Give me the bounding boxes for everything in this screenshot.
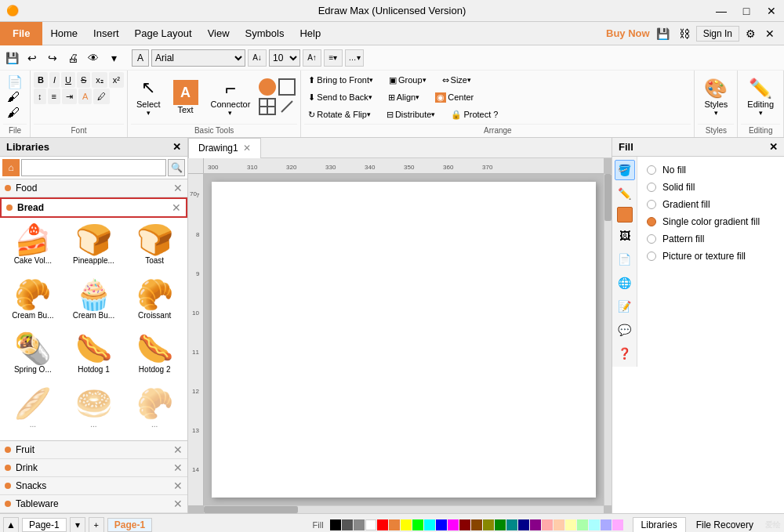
list-item[interactable]: 🥐 ... (125, 385, 184, 438)
align-button[interactable]: ⊞ Align ▾ (384, 89, 423, 105)
list-item[interactable]: 🥐 Croissant (125, 276, 184, 329)
maximize-button[interactable]: □ (734, 0, 759, 22)
library-section-fruit[interactable]: Fruit ✕ (0, 441, 187, 459)
library-search-input[interactable] (21, 159, 166, 176)
page-prev-btn[interactable]: ▲ (3, 517, 19, 533)
libraries-close-button[interactable]: ✕ (172, 141, 181, 153)
connector-button[interactable]: ⌐ Connector ▾ (205, 74, 256, 121)
group-button[interactable]: ▣ Group ▾ (385, 72, 430, 88)
rect-shape[interactable] (278, 78, 296, 96)
protect-button[interactable]: 🔒 Protect ? (447, 107, 502, 122)
menu-view[interactable]: View (200, 22, 238, 45)
select-dropdown[interactable]: ▾ (147, 109, 151, 117)
v-scroll-thumb[interactable] (604, 174, 612, 221)
minimize-button[interactable]: — (709, 0, 734, 22)
page-tab-1[interactable]: Page-1 (107, 518, 152, 532)
color-lightcyan[interactable] (589, 519, 600, 530)
fill-paint-icon[interactable]: 🪣 (615, 160, 635, 180)
color-red[interactable] (377, 519, 388, 530)
fill-globe-icon[interactable]: 🌐 (615, 273, 635, 293)
share-icon[interactable]: ⛓ (676, 26, 693, 42)
rotate-flip-button[interactable]: ↻ Rotate & Flip ▾ (304, 107, 375, 122)
color-darkred[interactable] (459, 519, 470, 530)
superscript-button[interactable]: x² (109, 72, 124, 88)
menu-page-layout[interactable]: Page Layout (127, 22, 200, 45)
text-button[interactable]: A Text (168, 74, 204, 121)
font-decrease[interactable]: A↓ (248, 49, 267, 67)
file-btn3[interactable]: 🖌 (3, 106, 27, 120)
library-section-food[interactable]: Food ✕ (0, 179, 187, 197)
horizontal-scrollbar[interactable] (204, 505, 604, 513)
color-darkgreen[interactable] (495, 519, 506, 530)
list-item[interactable]: 🌭 Hotdog 2 (125, 330, 184, 383)
fill-image-icon[interactable]: 🖼 (615, 226, 635, 246)
library-search-button[interactable]: 🔍 (168, 159, 185, 176)
color-darkorange[interactable] (471, 519, 482, 530)
fill-option-gradient[interactable]: Gradient fill (642, 196, 779, 213)
styles-dropdown[interactable]: ▾ (714, 109, 718, 117)
color-black[interactable] (330, 519, 341, 530)
fill-option-solid[interactable]: Solid fill (642, 179, 779, 196)
align-dropdown[interactable]: ≡▾ (324, 49, 343, 67)
italic-button[interactable]: I (49, 72, 60, 88)
canvas-drawing-area[interactable] (212, 182, 596, 498)
settings-icon[interactable]: ⚙ (742, 26, 759, 42)
distribute-button[interactable]: ⊟ Distribute ▾ (383, 107, 439, 122)
bold-button[interactable]: B (34, 72, 48, 88)
color-lightblue[interactable] (601, 519, 612, 530)
buy-now-button[interactable]: Buy Now (606, 27, 650, 39)
color-magenta[interactable] (448, 519, 459, 530)
center-button[interactable]: ◉ Center (431, 89, 477, 105)
color-teal[interactable] (506, 519, 517, 530)
color-purple[interactable] (530, 519, 541, 530)
more-dropdown[interactable]: …▾ (345, 49, 364, 67)
menu-help[interactable]: Help (292, 22, 328, 45)
fill-chat-icon[interactable]: 💬 (615, 320, 635, 340)
cross-shape[interactable] (259, 98, 276, 115)
tab-libraries[interactable]: Libraries (633, 517, 686, 532)
font-name-select[interactable]: Arial (151, 49, 245, 67)
color-peach[interactable] (554, 519, 564, 530)
list-item[interactable]: 🍞 Toast (125, 221, 184, 274)
color-blue[interactable] (436, 519, 447, 530)
color-lightyellow[interactable] (565, 519, 576, 530)
drink-close[interactable]: ✕ (173, 461, 183, 474)
color-white[interactable] (365, 519, 376, 530)
line-spacing-button[interactable]: ↕ (34, 89, 46, 104)
indent-button[interactable]: ⇥ (62, 89, 77, 104)
close-button[interactable]: ✕ (759, 0, 784, 22)
color-silver[interactable] (354, 519, 365, 530)
save-cloud-icon[interactable]: 💾 (653, 26, 673, 42)
list-item[interactable]: 🌯 Spring O... (3, 330, 63, 383)
font-color-button[interactable]: A (78, 89, 92, 104)
sign-in-button[interactable]: Sign In (696, 26, 739, 42)
color-cyan[interactable] (424, 519, 435, 530)
qa-print[interactable]: 🖨 (64, 49, 82, 67)
page-name[interactable]: Page-1 (22, 518, 67, 532)
list-button[interactable]: ≡ (48, 89, 60, 104)
fruit-close[interactable]: ✕ (173, 443, 183, 456)
font-increase[interactable]: A↑ (303, 49, 321, 67)
fill-doc-icon[interactable]: 📄 (615, 249, 635, 270)
connector-dropdown[interactable]: ▾ (228, 109, 232, 117)
bring-to-front-button[interactable]: ⬆ Bring to Front ▾ (304, 72, 377, 88)
list-item[interactable]: 🌭 Hotdog 1 (64, 330, 124, 383)
editing-button[interactable]: ✏️ Editing ▾ (741, 74, 780, 121)
snacks-close[interactable]: ✕ (173, 480, 183, 492)
subscript-button[interactable]: x₂ (92, 72, 107, 88)
color-olive[interactable] (483, 519, 494, 530)
color-lightred[interactable] (542, 519, 553, 530)
menu-home[interactable]: Home (42, 22, 85, 45)
qa-redo[interactable]: ↪ (44, 49, 61, 67)
circle-shape[interactable] (259, 78, 276, 96)
library-home-btn[interactable]: ⌂ (2, 159, 20, 176)
size-button[interactable]: ⇔ Size ▾ (438, 72, 475, 88)
file-btn1[interactable]: 📄 (3, 74, 27, 89)
page-add-btn[interactable]: + (89, 517, 104, 533)
color-lightgreen[interactable] (577, 519, 588, 530)
fill-option-no-fill[interactable]: No fill (642, 161, 779, 179)
font-size-select[interactable]: 10 (269, 49, 300, 67)
list-item[interactable]: 🥐 Cream Bu... (3, 276, 63, 329)
qa-undo[interactable]: ↩ (24, 49, 41, 67)
canvas-inner[interactable]: 300 310 320 330 340 350 360 370 70 7 8 9 (188, 158, 612, 513)
